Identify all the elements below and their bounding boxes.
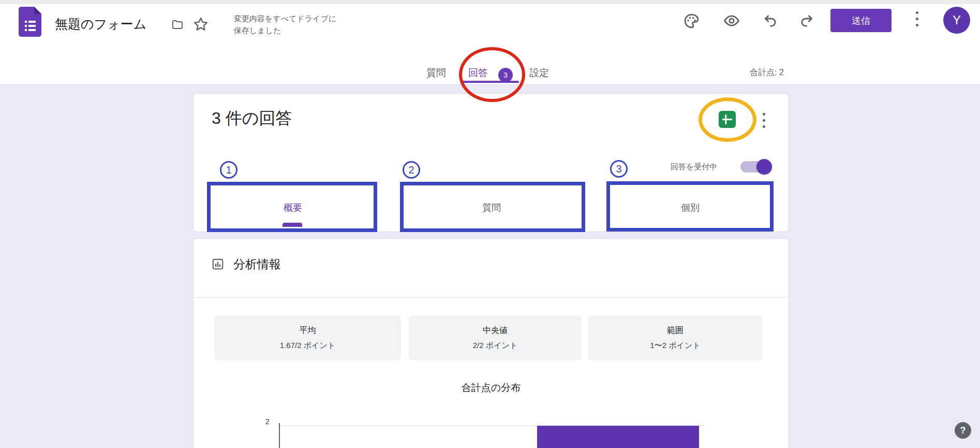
stat-range: 範囲 1〜2 ポイント — [588, 315, 763, 360]
move-folder-icon[interactable] — [169, 18, 186, 32]
account-avatar[interactable]: Y — [943, 7, 970, 34]
forms-logo-icon[interactable] — [19, 7, 41, 37]
annotation-yellow-circle-sheets — [699, 97, 756, 142]
redo-icon[interactable] — [797, 12, 816, 30]
annotation-blue-box-individual — [606, 181, 774, 232]
save-status: 変更内容をすべてドライブに 保存しました — [234, 12, 336, 36]
stat-median-value: 2/2 ポイント — [473, 341, 517, 351]
window-top-edge — [0, 0, 980, 4]
divider — [194, 297, 789, 298]
accepting-responses-label: 回答を受付中 — [671, 162, 717, 172]
google-forms-responses-page: 無題のフォーム 変更内容をすべてドライブに 保存しました 送信 — [0, 0, 980, 448]
theme-palette-icon[interactable] — [682, 11, 701, 30]
stat-range-value: 1〜2 ポイント — [650, 341, 700, 351]
insights-chart-icon — [211, 257, 225, 271]
save-status-line1: 変更内容をすべてドライブに — [234, 12, 336, 24]
annotation-step1-circle: 1 — [220, 161, 237, 179]
save-status-line2: 保存しました — [234, 24, 336, 36]
annotation-red-circle-responses-tab — [459, 47, 525, 102]
toggle-knob[interactable] — [756, 159, 772, 175]
stat-average: 平均 1.67/2 ポイント — [214, 315, 401, 360]
tab-questions[interactable]: 質問 — [426, 66, 446, 80]
score-distribution-bar — [537, 426, 699, 448]
stat-average-value: 1.67/2 ポイント — [280, 341, 335, 351]
stat-range-label: 範囲 — [667, 325, 684, 336]
stat-median: 中央値 2/2 ポイント — [409, 315, 582, 360]
annotation-step2-circle: 2 — [403, 161, 420, 179]
send-button[interactable]: 送信 — [830, 9, 892, 32]
tab-settings[interactable]: 設定 — [529, 66, 549, 80]
help-button[interactable]: ? — [955, 422, 971, 439]
stat-median-label: 中央値 — [483, 325, 508, 336]
total-points-label: 合計点: 2 — [750, 67, 784, 78]
y-axis-line — [279, 423, 280, 448]
responses-more-options-icon[interactable] — [760, 113, 767, 128]
stat-average-label: 平均 — [300, 325, 316, 336]
insights-title: 分析情報 — [233, 256, 281, 272]
y-axis-tick-2: 2 — [245, 417, 270, 426]
preview-eye-icon[interactable] — [722, 11, 741, 30]
responses-count-title: 3 件の回答 — [212, 107, 292, 130]
header-more-options-icon[interactable] — [913, 11, 921, 26]
form-title[interactable]: 無題のフォーム — [55, 16, 146, 33]
insights-card: 分析情報 平均 1.67/2 ポイント 中央値 2/2 ポイント 範囲 1〜2 … — [193, 238, 789, 448]
star-icon[interactable] — [192, 16, 210, 33]
chart-title: 合計点の分布 — [194, 381, 789, 395]
annotation-blue-box-summary — [207, 182, 377, 232]
undo-icon[interactable] — [761, 12, 779, 30]
annotation-step3-circle: 3 — [610, 160, 628, 178]
annotation-blue-box-question — [400, 182, 585, 232]
